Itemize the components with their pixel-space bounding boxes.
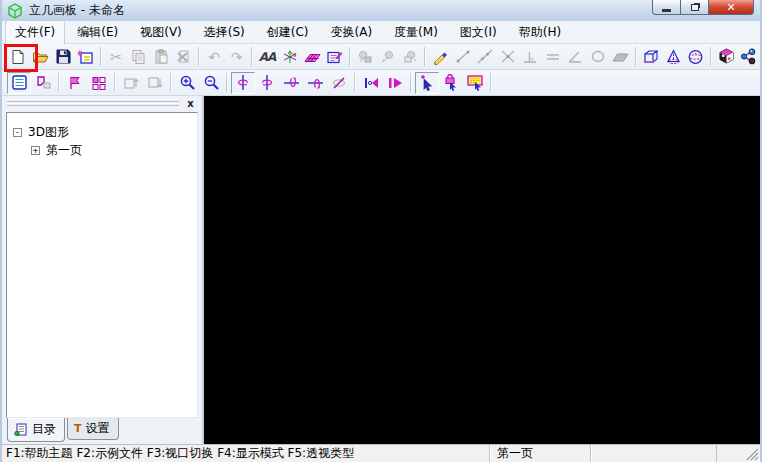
object-list-toggle[interactable]	[31, 72, 55, 94]
move-page-up-button[interactable]	[119, 72, 143, 94]
restore-button[interactable]	[681, 0, 709, 15]
window-controls: ✕	[652, 0, 754, 15]
disabled-tool-button-3[interactable]	[399, 46, 421, 68]
disabled-tool-icon	[380, 49, 396, 64]
page-view-button[interactable]	[63, 72, 87, 94]
angle-tool-button[interactable]	[564, 46, 586, 68]
tab-catalog[interactable]: 目录	[7, 418, 65, 442]
page-down-icon	[147, 75, 163, 91]
select-arrow-icon	[419, 74, 435, 91]
menu-graphics[interactable]: 图文(I)	[450, 20, 507, 45]
delete-button[interactable]	[172, 46, 194, 68]
settings-icon: T	[74, 422, 82, 435]
move-page-down-button[interactable]	[143, 72, 167, 94]
toolbar-separator	[710, 47, 712, 66]
status-empty-cell	[590, 445, 716, 462]
disabled-tool-button-1[interactable]	[354, 46, 376, 68]
paste-icon	[154, 49, 169, 64]
rotate-horizontal-left-button[interactable]	[279, 72, 303, 94]
menu-file[interactable]: 文件(F)	[5, 20, 65, 45]
go-first-button[interactable]	[359, 72, 383, 94]
menu-edit[interactable]: 编辑(E)	[67, 20, 128, 45]
intersection-tool-button[interactable]	[497, 46, 519, 68]
solid-display-button[interactable]	[715, 46, 737, 68]
new-page-button[interactable]	[74, 46, 96, 68]
lock-select-icon	[443, 74, 459, 91]
rotate-horizontal-right-button[interactable]	[303, 72, 327, 94]
tree-page-label[interactable]: 第一页	[46, 142, 82, 159]
parallel-tool-button[interactable]	[542, 46, 564, 68]
segment-tool-button[interactable]	[452, 46, 474, 68]
rotate-vertical-alt-button[interactable]	[255, 72, 279, 94]
panel-header[interactable]: x	[7, 99, 197, 109]
undo-icon: ↶	[208, 50, 220, 64]
redo-icon: ↷	[231, 50, 243, 64]
zoom-in-button[interactable]	[175, 72, 199, 94]
tab-settings[interactable]: T 设置	[67, 418, 119, 440]
panel-close-button[interactable]: x	[184, 97, 197, 110]
object-list-icon	[35, 75, 52, 91]
lock-select-button[interactable]	[439, 72, 463, 94]
solid-cube-icon	[718, 48, 735, 65]
panel-gripper	[7, 103, 179, 106]
cuboid-icon	[642, 49, 659, 65]
collapse-icon[interactable]: -	[13, 128, 22, 137]
toolbar-separator	[635, 47, 637, 66]
rotate-vertical-button[interactable]	[231, 72, 255, 94]
status-help-text: F1:帮助主题 F2:示例文件 F3:视口切换 F4:显示模式 F5:透视类型	[2, 445, 489, 462]
pen-tool-button[interactable]	[429, 46, 451, 68]
play-button[interactable]	[383, 72, 407, 94]
minimize-button[interactable]	[652, 0, 681, 15]
zoom-out-button[interactable]	[199, 72, 223, 94]
angle-icon	[567, 49, 583, 64]
select-tool-button[interactable]	[415, 72, 439, 94]
cuboid-tool-button[interactable]	[640, 46, 662, 68]
menu-help[interactable]: 帮助(H)	[509, 20, 571, 45]
save-button[interactable]	[52, 46, 74, 68]
coordinate-axes-button[interactable]	[278, 46, 300, 68]
grid-plane-button[interactable]	[301, 46, 323, 68]
perpendicular-tool-button[interactable]	[519, 46, 541, 68]
grid-plane-icon	[304, 49, 321, 65]
tab-catalog-label: 目录	[32, 421, 56, 438]
outline-panel-toggle[interactable]	[7, 72, 31, 94]
restore-icon	[691, 4, 699, 11]
copy-button[interactable]	[127, 46, 149, 68]
structure-display-button[interactable]	[738, 46, 760, 68]
circle-tool-button[interactable]	[587, 46, 609, 68]
stop-rotation-button[interactable]	[327, 72, 351, 94]
sphere-tool-button[interactable]	[685, 46, 707, 68]
parallel-icon	[545, 49, 561, 64]
undo-button[interactable]: ↶	[203, 46, 225, 68]
menu-measure[interactable]: 度量(M)	[384, 20, 448, 45]
expand-icon[interactable]: +	[31, 146, 40, 155]
tree-item-page[interactable]: + 第一页	[13, 141, 193, 159]
page-settings-button[interactable]	[323, 46, 345, 68]
close-button[interactable]: ✕	[709, 0, 754, 15]
viewport-canvas[interactable]	[204, 96, 760, 444]
cut-button[interactable]: ✂	[105, 46, 127, 68]
menu-create[interactable]: 创建(C)	[257, 20, 319, 45]
tree-root-label[interactable]: 3D图形	[28, 124, 69, 141]
tile-view-button[interactable]	[87, 72, 111, 94]
outline-panel-icon	[11, 74, 28, 91]
page-up-icon	[123, 75, 139, 91]
redo-button[interactable]: ↷	[225, 46, 247, 68]
toolbar-separator	[100, 47, 102, 66]
line-tool-button[interactable]	[474, 46, 496, 68]
panel-select-button[interactable]	[463, 72, 487, 94]
pyramid-tool-button[interactable]	[662, 46, 684, 68]
resize-grip[interactable]	[716, 445, 760, 462]
delete-icon	[176, 49, 191, 64]
menu-transform[interactable]: 变换(A)	[321, 20, 383, 45]
toolbar-separator	[490, 73, 492, 92]
menu-select[interactable]: 选择(S)	[194, 20, 255, 45]
paste-button[interactable]	[150, 46, 172, 68]
toolbar-separator	[114, 73, 116, 92]
text-style-button[interactable]: AA	[256, 46, 278, 68]
tree-item-root[interactable]: - 3D图形	[13, 123, 193, 141]
disabled-tool-button-2[interactable]	[376, 46, 398, 68]
menu-view[interactable]: 视图(V)	[130, 20, 192, 45]
plane-tool-button[interactable]	[609, 46, 631, 68]
standard-toolbar: ✂ ↶ ↷ AA	[2, 44, 760, 70]
